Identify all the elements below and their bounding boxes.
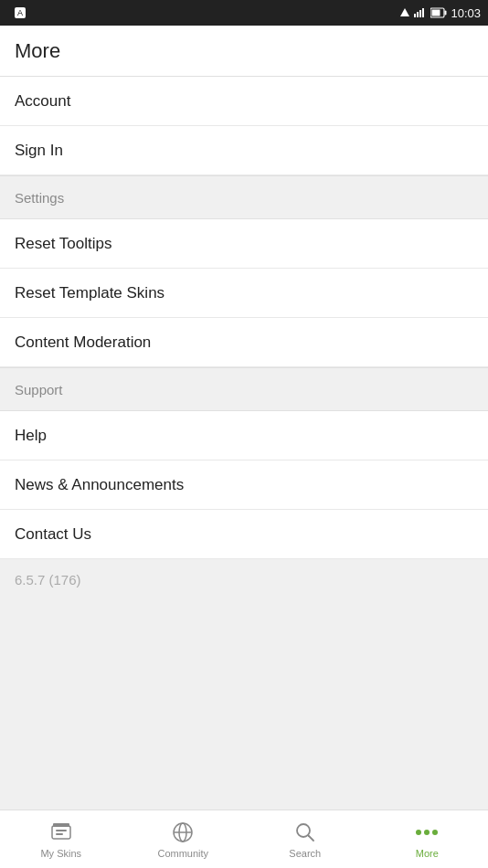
battery-icon xyxy=(430,7,447,18)
nav-label-more: More xyxy=(416,848,439,859)
nav-item-more[interactable]: More xyxy=(366,810,489,868)
menu-item-reset-template-skins[interactable]: Reset Template Skins xyxy=(0,269,488,318)
menu-item-content-moderation-label: Content Moderation xyxy=(15,333,151,352)
menu-item-reset-template-skins-label: Reset Template Skins xyxy=(15,284,164,302)
menu-item-news-label: News & Announcements xyxy=(15,476,184,494)
nav-label-search: Search xyxy=(289,848,321,859)
nav-item-community[interactable]: Community xyxy=(122,810,245,868)
svg-rect-6 xyxy=(422,8,424,17)
status-bar-right: 10:03 xyxy=(399,6,481,20)
svg-line-18 xyxy=(308,835,313,841)
svg-marker-2 xyxy=(400,8,409,16)
svg-rect-8 xyxy=(432,10,440,16)
more-dot-1 xyxy=(416,830,421,835)
status-bar-left: A xyxy=(11,5,29,20)
svg-rect-4 xyxy=(417,12,419,17)
nav-item-search[interactable]: Search xyxy=(244,810,366,868)
section-support: Support xyxy=(0,367,488,411)
menu-item-contact[interactable]: Contact Us xyxy=(0,510,488,559)
status-time: 10:03 xyxy=(451,6,481,20)
skins-icon xyxy=(49,820,73,844)
menu-item-content-moderation[interactable]: Content Moderation xyxy=(0,318,488,367)
status-bar: A 10:03 xyxy=(0,0,488,26)
svg-rect-9 xyxy=(445,11,447,16)
svg-rect-5 xyxy=(419,10,421,17)
app-icon: A xyxy=(11,5,29,20)
page-title: More xyxy=(15,39,60,63)
menu-item-signin[interactable]: Sign In xyxy=(0,126,488,175)
menu-item-contact-label: Contact Us xyxy=(15,525,91,544)
section-settings-label: Settings xyxy=(15,190,64,206)
signal-icon xyxy=(399,7,410,18)
svg-text:A: A xyxy=(17,8,23,17)
menu-item-account-label: Account xyxy=(15,92,70,111)
svg-rect-3 xyxy=(414,14,416,17)
menu-item-help-label: Help xyxy=(15,427,47,445)
section-settings: Settings xyxy=(0,175,488,219)
svg-rect-11 xyxy=(56,830,67,831)
menu-item-account[interactable]: Account xyxy=(0,77,488,126)
search-icon xyxy=(293,820,317,844)
menu-item-signin-label: Sign In xyxy=(15,142,63,160)
header: More xyxy=(0,26,488,77)
nav-label-my-skins: My Skins xyxy=(40,848,81,859)
version-text: 6.5.7 (176) xyxy=(15,572,81,587)
menu-item-reset-tooltips[interactable]: Reset Tooltips xyxy=(0,219,488,269)
section-support-label: Support xyxy=(15,382,63,397)
more-dot-3 xyxy=(432,830,438,835)
svg-rect-10 xyxy=(52,826,70,839)
more-icon xyxy=(415,820,439,844)
more-dot-2 xyxy=(424,830,430,835)
menu-item-reset-tooltips-label: Reset Tooltips xyxy=(15,235,111,253)
version-area: 6.5.7 (176) xyxy=(0,559,488,810)
wifi-icon xyxy=(414,8,427,17)
bottom-nav: My Skins Community Search xyxy=(0,810,488,868)
community-icon xyxy=(171,820,195,844)
menu-item-news[interactable]: News & Announcements xyxy=(0,460,488,510)
content-area: Account Sign In Settings Reset Tooltips … xyxy=(0,77,488,810)
svg-rect-13 xyxy=(53,823,69,827)
menu-item-help[interactable]: Help xyxy=(0,411,488,460)
nav-label-community: Community xyxy=(157,848,208,859)
nav-item-my-skins[interactable]: My Skins xyxy=(0,810,122,868)
svg-rect-12 xyxy=(56,833,63,835)
